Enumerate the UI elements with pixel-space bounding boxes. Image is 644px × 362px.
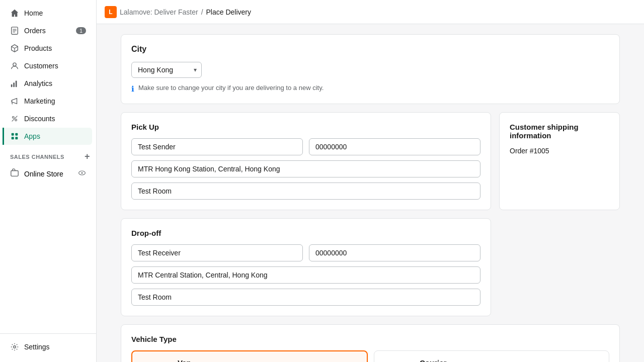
online-store-icon xyxy=(10,168,19,179)
pickup-name-phone-row xyxy=(131,138,480,155)
sidebar-item-products-label: Products xyxy=(24,44,52,52)
van-icon xyxy=(140,360,171,363)
breadcrumb-separator: / xyxy=(201,8,203,16)
products-icon xyxy=(10,44,19,53)
svg-line-5 xyxy=(12,46,15,48)
main-content: L Lalamove: Deliver Faster / Place Deliv… xyxy=(97,0,644,362)
dropoff-spacer xyxy=(499,218,620,316)
svg-rect-8 xyxy=(11,84,13,87)
dropoff-card: Drop-off xyxy=(121,218,491,316)
orders-badge: 1 xyxy=(76,27,86,34)
orders-icon xyxy=(10,26,19,35)
svg-rect-9 xyxy=(13,82,15,87)
svg-rect-17 xyxy=(12,137,14,139)
dropoff-name-phone-row xyxy=(131,244,480,261)
online-store-label: Online Store xyxy=(24,170,63,178)
apps-icon xyxy=(10,132,19,141)
info-icon: ℹ xyxy=(131,84,134,94)
sidebar-item-customers-label: Customers xyxy=(24,62,58,70)
pickup-card: Pick Up xyxy=(121,112,491,210)
sidebar-item-products[interactable]: Products xyxy=(4,40,92,57)
courier-info: Courier Perfect for small goods, with a … xyxy=(420,358,601,362)
courier-name: Courier xyxy=(420,358,601,362)
vehicle-option-van[interactable]: Van Ideal for Multi-item delivery, inclu… xyxy=(131,350,368,362)
city-select[interactable]: Hong Kong Taipei Singapore Bangkok xyxy=(131,62,202,78)
sidebar-item-discounts[interactable]: Discounts xyxy=(4,110,92,127)
sidebar-item-apps-label: Apps xyxy=(24,132,40,140)
pickup-phone-input[interactable] xyxy=(309,138,480,155)
sidebar-item-settings[interactable]: Settings xyxy=(4,338,92,355)
breadcrumb: L Lalamove: Deliver Faster / Place Deliv… xyxy=(105,6,251,18)
van-name: Van xyxy=(178,358,359,362)
sidebar-item-orders[interactable]: Orders 1 xyxy=(4,22,92,39)
pickup-address-input[interactable] xyxy=(131,160,480,177)
dropoff-row: Drop-off xyxy=(121,218,620,316)
order-number: Order #1005 xyxy=(510,147,609,155)
sidebar-item-analytics[interactable]: Analytics xyxy=(4,75,92,92)
svg-line-6 xyxy=(15,46,18,48)
sidebar-item-home-label: Home xyxy=(24,9,43,17)
sidebar-item-orders-label: Orders xyxy=(24,27,46,35)
van-info: Van Ideal for Multi-item delivery, inclu… xyxy=(178,358,359,362)
online-store-eye-icon[interactable] xyxy=(78,169,86,178)
pickup-row: Pick Up Customer shipping information Or… xyxy=(121,112,620,210)
sidebar-item-apps[interactable]: Apps xyxy=(3,128,92,145)
sidebar: Home Orders 1 xyxy=(0,0,97,362)
page-content: City Hong Kong Taipei Singapore Bangkok … xyxy=(97,24,644,362)
vehicle-card: Vehicle Type xyxy=(121,324,620,362)
city-title: City xyxy=(131,45,609,54)
city-info-text: Make sure to change your city if you are… xyxy=(138,84,324,92)
sidebar-item-online-store[interactable]: Online Store xyxy=(4,164,92,183)
sidebar-footer: Settings xyxy=(0,333,96,362)
sidebar-item-discounts-label: Discounts xyxy=(24,115,55,123)
dropoff-phone-input[interactable] xyxy=(309,244,480,261)
sidebar-item-home[interactable]: Home xyxy=(4,5,92,22)
vehicle-options: Van Ideal for Multi-item delivery, inclu… xyxy=(131,350,609,362)
discounts-icon xyxy=(10,114,19,123)
home-icon xyxy=(10,9,19,18)
topbar: L Lalamove: Deliver Faster / Place Deliv… xyxy=(97,0,644,24)
svg-point-12 xyxy=(13,117,15,119)
pickup-title: Pick Up xyxy=(131,123,480,131)
svg-point-13 xyxy=(15,119,17,121)
svg-rect-18 xyxy=(15,137,18,139)
breadcrumb-current: Place Delivery xyxy=(206,8,251,16)
city-card: City Hong Kong Taipei Singapore Bangkok … xyxy=(121,34,620,104)
settings-icon xyxy=(10,342,19,351)
svg-point-22 xyxy=(14,346,16,348)
dropoff-title: Drop-off xyxy=(131,229,480,237)
svg-rect-15 xyxy=(12,133,14,136)
pickup-sender-input[interactable] xyxy=(131,138,303,155)
add-sales-channel-icon[interactable]: + xyxy=(85,151,90,162)
dropoff-room-input[interactable] xyxy=(131,289,480,306)
sidebar-nav: Home Orders 1 xyxy=(0,0,96,333)
svg-point-7 xyxy=(13,63,16,66)
svg-point-21 xyxy=(81,172,83,173)
sidebar-item-marketing[interactable]: Marketing xyxy=(4,93,92,110)
pickup-room-input[interactable] xyxy=(131,183,480,200)
sidebar-settings-label: Settings xyxy=(24,343,50,351)
dropoff-address-input[interactable] xyxy=(131,266,480,284)
sidebar-item-analytics-label: Analytics xyxy=(24,79,52,87)
customer-info-card: Customer shipping information Order #100… xyxy=(499,112,620,210)
vehicle-option-courier[interactable]: Courier Perfect for small goods, with a … xyxy=(374,350,609,362)
city-info: ℹ Make sure to change your city if you a… xyxy=(131,84,609,94)
svg-rect-16 xyxy=(15,133,18,136)
sidebar-item-marketing-label: Marketing xyxy=(24,97,55,105)
sales-channels-section: SALES CHANNELS + xyxy=(0,145,96,164)
svg-rect-10 xyxy=(16,81,17,87)
customers-icon xyxy=(10,61,19,70)
city-select-wrapper: Hong Kong Taipei Singapore Bangkok ▾ xyxy=(131,62,202,78)
courier-icon xyxy=(382,360,413,363)
app-icon: L xyxy=(105,6,117,18)
vehicle-title: Vehicle Type xyxy=(131,335,609,343)
marketing-icon xyxy=(10,97,19,106)
sidebar-item-customers[interactable]: Customers xyxy=(4,57,92,74)
customer-info-title: Customer shipping information xyxy=(510,123,609,140)
dropoff-receiver-input[interactable] xyxy=(131,244,303,261)
breadcrumb-link[interactable]: Lalamove: Deliver Faster xyxy=(120,8,198,16)
svg-rect-19 xyxy=(11,171,18,176)
analytics-icon xyxy=(10,79,19,88)
sales-channels-title: SALES CHANNELS xyxy=(10,154,64,160)
